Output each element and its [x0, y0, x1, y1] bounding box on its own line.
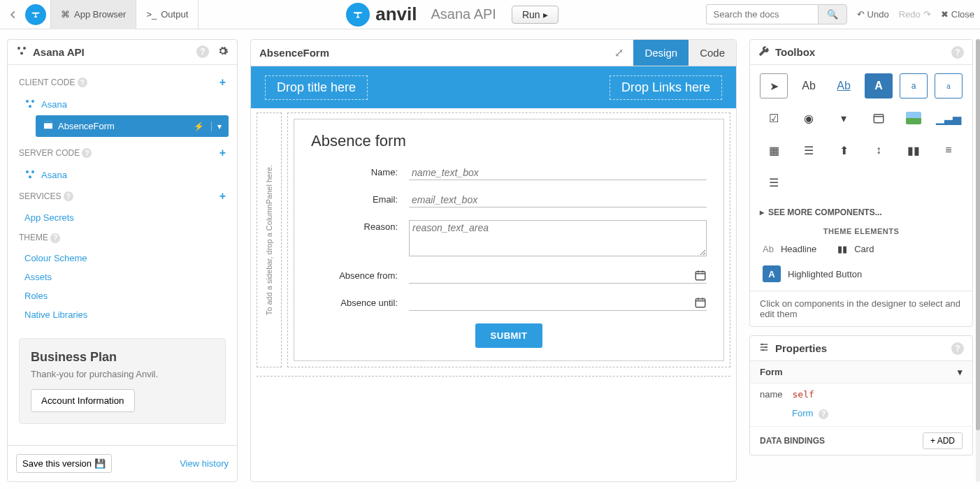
- tool-column-panel[interactable]: ▮▮: [900, 138, 928, 163]
- module-icon: [24, 169, 36, 180]
- absence-until-date-picker[interactable]: [409, 298, 694, 308]
- property-type-link[interactable]: Form: [792, 408, 813, 418]
- name-text-box[interactable]: [409, 166, 707, 180]
- tool-link[interactable]: Ab: [830, 73, 858, 98]
- scrollbar[interactable]: [976, 39, 980, 482]
- help-icon[interactable]: ?: [82, 148, 92, 158]
- theme-roles[interactable]: Roles: [10, 286, 234, 305]
- help-icon[interactable]: ?: [951, 342, 964, 355]
- chevron-back-icon[interactable]: [6, 4, 21, 25]
- tool-label[interactable]: Ab: [795, 73, 823, 98]
- svg-point-8: [26, 170, 29, 173]
- calendar-icon[interactable]: [694, 296, 707, 309]
- properties-section-form[interactable]: Form ▾: [750, 361, 972, 384]
- tool-spacer[interactable]: ↕: [865, 138, 893, 163]
- tab-app-browser[interactable]: ⌘ App Browser: [50, 0, 136, 29]
- tool-button[interactable]: A: [865, 73, 893, 98]
- help-icon[interactable]: ?: [50, 233, 60, 243]
- tool-checkbox[interactable]: ☑: [760, 105, 788, 131]
- form-card[interactable]: Absence form Name: Email: Reason:: [294, 119, 724, 361]
- chevron-down-icon[interactable]: ▾: [211, 122, 222, 131]
- topbar: ⌘ App Browser >_ Output anvil Asana API …: [0, 0, 980, 29]
- tool-fileloader[interactable]: ⬆: [830, 138, 858, 163]
- project-icon: [16, 45, 27, 59]
- tree-item-label: App Secrets: [24, 212, 74, 223]
- anvil-logo-icon[interactable]: [25, 4, 46, 25]
- calendar-icon: [872, 112, 885, 124]
- add-server-code-button[interactable]: +: [219, 147, 226, 159]
- undo-button[interactable]: ↶ Undo: [857, 9, 889, 20]
- drop-links-zone[interactable]: Drop Links here: [610, 75, 722, 100]
- add-service-button[interactable]: +: [219, 190, 226, 203]
- property-name-value[interactable]: self: [793, 389, 814, 400]
- add-binding-button[interactable]: + ADD: [923, 432, 963, 449]
- app-bar-dropzone[interactable]: Drop title here Drop Links here: [251, 66, 736, 108]
- theme-native-libraries[interactable]: Native Libraries: [10, 305, 234, 324]
- theme-assets[interactable]: Assets: [10, 268, 234, 286]
- bottom-dropzone[interactable]: [257, 376, 730, 380]
- tab-design[interactable]: Design: [633, 40, 689, 66]
- close-icon: ✖: [941, 9, 949, 20]
- submit-button[interactable]: SUBMIT: [475, 323, 543, 348]
- tree-item-absenceform[interactable]: AbsenceForm ⚡ ▾: [36, 115, 229, 137]
- help-icon[interactable]: ?: [196, 45, 209, 58]
- form-canvas[interactable]: Absence form Name: Email: Reason:: [287, 112, 730, 367]
- gear-icon[interactable]: [217, 45, 229, 59]
- theme-card[interactable]: ▮▮Card: [837, 244, 874, 254]
- email-text-box[interactable]: [409, 193, 707, 207]
- tool-dropdown[interactable]: ▾: [830, 105, 858, 131]
- view-history-link[interactable]: View history: [180, 458, 229, 469]
- run-button[interactable]: Run ▸: [512, 6, 559, 24]
- help-icon[interactable]: ?: [819, 409, 828, 419]
- add-client-code-button[interactable]: +: [219, 76, 226, 89]
- search-input[interactable]: [706, 4, 818, 24]
- tool-textbox[interactable]: a: [900, 73, 928, 98]
- tool-plot[interactable]: ▁▃▅: [935, 105, 963, 131]
- tab-app-browser-label: App Browser: [74, 9, 126, 20]
- row-absence-from: Absence from:: [311, 269, 707, 284]
- property-name-key: name: [760, 389, 783, 400]
- help-icon[interactable]: ?: [78, 78, 87, 87]
- tool-repeating-panel[interactable]: ☰: [795, 138, 823, 163]
- tool-pointer[interactable]: ➤: [760, 73, 788, 98]
- help-icon[interactable]: ?: [951, 46, 964, 59]
- radio-icon: ◉: [804, 112, 814, 125]
- tool-linear-panel[interactable]: ☰: [760, 170, 788, 195]
- tree-item-asana-server[interactable]: Asana: [10, 165, 234, 184]
- theme-highlighted-button[interactable]: AHighlighted Button: [763, 265, 862, 282]
- label-icon: Ab: [802, 80, 816, 92]
- tool-textarea[interactable]: a: [935, 73, 963, 98]
- tab-output[interactable]: >_ Output: [136, 0, 199, 29]
- tree-item-app-secrets[interactable]: App Secrets: [10, 208, 234, 227]
- form-name: AbsenceForm: [259, 40, 329, 66]
- account-information-button[interactable]: Account Information: [31, 389, 135, 412]
- expand-icon[interactable]: ⤢: [605, 46, 633, 59]
- absence-from-date-picker[interactable]: [409, 270, 694, 281]
- tab-code[interactable]: Code: [689, 40, 736, 66]
- tool-datepicker[interactable]: [865, 105, 893, 131]
- tool-flow-panel[interactable]: ≡: [935, 138, 963, 163]
- calendar-icon[interactable]: [694, 269, 707, 282]
- pointer-icon: ➤: [770, 80, 779, 93]
- help-icon[interactable]: ?: [64, 191, 73, 201]
- close-button[interactable]: ✖ Close: [941, 9, 974, 20]
- tool-datagrid[interactable]: ▦: [760, 138, 788, 163]
- search-button[interactable]: 🔍: [818, 4, 847, 24]
- row-absence-until: Absence until:: [311, 296, 707, 311]
- drop-title-zone[interactable]: Drop title here: [265, 75, 368, 100]
- tool-radio[interactable]: ◉: [795, 105, 823, 131]
- save-version-label: Save this version: [22, 458, 92, 469]
- save-version-button[interactable]: Save this version 💾: [16, 454, 112, 473]
- output-icon: >_: [146, 9, 157, 20]
- theme-headline[interactable]: AbHeadline: [763, 244, 816, 254]
- see-more-components[interactable]: ▸ SEE MORE COMPONENTS...: [750, 203, 972, 221]
- tool-image[interactable]: [900, 105, 928, 131]
- theme-elements-header: THEME ELEMENTS: [750, 221, 972, 241]
- tree-item-asana-client[interactable]: Asana: [10, 94, 234, 114]
- theme-colour-scheme[interactable]: Colour Scheme: [10, 249, 234, 268]
- sidebar-dropzone[interactable]: To add a sidebar, drop a ColumnPanel her…: [257, 112, 282, 367]
- label-reason: Reason:: [311, 220, 409, 232]
- reason-text-area[interactable]: [409, 220, 707, 256]
- tree-item-label: AbsenceForm: [58, 121, 115, 131]
- theme-card-label: Card: [854, 244, 874, 254]
